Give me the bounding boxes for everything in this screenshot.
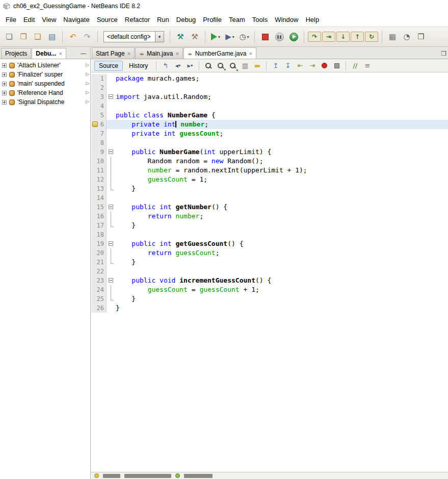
chevron-down-icon[interactable]: ▾ <box>155 32 164 42</box>
find-next-icon[interactable]: ▾ <box>215 61 226 71</box>
thread-row[interactable]: 'Signal Dispatche▷ <box>0 97 90 107</box>
code-line-11[interactable]: 11 number = random.nextInt(upperLimit + … <box>91 166 448 175</box>
thread-row[interactable]: 'Attach Listener'▷ <box>0 61 90 70</box>
continue-debugger-icon[interactable] <box>287 30 300 43</box>
build-project-icon[interactable]: ⚒ <box>174 30 187 43</box>
expand-arrow-icon[interactable]: ▷ <box>86 71 89 77</box>
new-project-icon[interactable]: ❐ <box>17 30 30 43</box>
code-text[interactable]: private int number; <box>116 120 448 129</box>
code-text[interactable]: private int guessCount; <box>116 129 448 138</box>
code-editor[interactable]: 1package murach.games;23import java.util… <box>91 72 448 472</box>
fold-collapse-icon[interactable] <box>109 149 113 154</box>
line-number[interactable]: 21 <box>91 258 107 267</box>
line-number[interactable]: 7 <box>91 129 107 138</box>
code-text[interactable]: import java.util.Random; <box>116 92 448 102</box>
code-line-5[interactable]: 5public class NumberGame { <box>91 111 448 120</box>
code-line-12[interactable]: 12 guessCount = 1; <box>91 175 448 184</box>
code-line-26[interactable]: 26} <box>91 304 448 313</box>
record-macro-icon[interactable] <box>319 61 330 71</box>
code-text[interactable]: guessCount = 1; <box>116 175 448 184</box>
line-number[interactable]: 12 <box>91 175 107 184</box>
code-line-20[interactable]: 20 return guessCount; <box>91 248 448 258</box>
code-text[interactable]: number = random.nextInt(upperLimit + 1); <box>116 166 448 175</box>
code-line-15[interactable]: 15 public int getNumber() { <box>91 203 448 212</box>
tab-debugging[interactable]: Debu... × <box>32 48 66 59</box>
profile-project-icon[interactable]: ◷▾ <box>238 30 251 43</box>
menu-help[interactable]: Help <box>302 14 323 26</box>
menu-navigate[interactable]: Navigate <box>60 14 93 26</box>
code-line-21[interactable]: 21 } <box>91 258 448 267</box>
finish-debugger-icon[interactable] <box>258 30 272 43</box>
code-text[interactable]: } <box>116 221 448 230</box>
undo-icon[interactable]: ↶ <box>66 30 80 43</box>
code-line-8[interactable]: 8 <box>91 138 448 147</box>
code-line-18[interactable]: 18 <box>91 230 448 239</box>
code-line-14[interactable]: 14 <box>91 193 448 203</box>
code-text[interactable]: } <box>116 304 448 313</box>
code-text[interactable]: public NumberGame(int upperLimit) { <box>116 147 448 157</box>
tab-list-dropdown-icon[interactable]: ❒ <box>441 50 446 57</box>
code-text[interactable] <box>116 83 448 92</box>
fold-margin[interactable] <box>107 147 116 157</box>
open-project-icon[interactable]: ❑ <box>31 30 44 43</box>
code-text[interactable]: Random random = new Random(); <box>116 157 448 166</box>
config-combobox[interactable]: <default config>▾ <box>103 31 164 42</box>
back-icon[interactable]: ◂▾ <box>172 61 183 71</box>
fold-collapse-icon[interactable] <box>109 241 113 246</box>
line-number[interactable]: 20 <box>91 248 107 258</box>
line-number[interactable]: 15 <box>91 203 107 212</box>
fold-margin[interactable] <box>107 276 116 285</box>
menu-edit[interactable]: Edit <box>20 14 38 26</box>
code-line-10[interactable]: 10 Random random = new Random(); <box>91 157 448 166</box>
debug-window-icon[interactable]: ❒ <box>414 30 428 43</box>
code-text[interactable] <box>116 102 448 111</box>
line-number[interactable]: 11 <box>91 166 107 175</box>
line-number[interactable]: 19 <box>91 239 107 248</box>
code-text[interactable]: return guessCount; <box>116 248 448 258</box>
line-number[interactable]: 8 <box>91 138 107 147</box>
clean-build-icon[interactable]: ⚒ <box>188 30 201 43</box>
expand-arrow-icon[interactable]: ▷ <box>86 81 89 86</box>
code-text[interactable]: guessCount = guessCount + 1; <box>116 285 448 294</box>
menu-refactor[interactable]: Refactor <box>121 14 153 26</box>
code-line-22[interactable]: 22 <box>91 267 448 276</box>
fold-collapse-icon[interactable] <box>109 205 113 209</box>
chevron-down-icon[interactable]: ▾ <box>247 35 249 39</box>
close-icon[interactable]: × <box>127 51 130 57</box>
fold-margin[interactable] <box>107 239 116 248</box>
code-text[interactable] <box>116 230 448 239</box>
chevron-down-icon[interactable]: ▾ <box>191 63 193 68</box>
menu-view[interactable]: View <box>38 14 60 26</box>
editor-tab-main-java[interactable]: ☕Main.java× <box>135 47 183 59</box>
line-number[interactable]: 14 <box>91 193 107 203</box>
debug-project-icon[interactable]: ▶▾ <box>223 30 236 43</box>
code-line-13[interactable]: 13 } <box>91 184 448 193</box>
code-line-19[interactable]: 19 public int getGuessCount() { <box>91 239 448 248</box>
menu-file[interactable]: File <box>2 14 20 26</box>
history-view-button[interactable]: History <box>124 61 152 71</box>
expand-plus-icon[interactable] <box>2 91 7 95</box>
line-number[interactable]: 18 <box>91 230 107 239</box>
take-gui-snapshot-icon[interactable]: ◔ <box>400 30 413 43</box>
expand-arrow-icon[interactable]: ▷ <box>86 90 89 95</box>
menu-profile[interactable]: Profile <box>199 14 225 26</box>
thread-row[interactable]: 'Reference Hand▷ <box>0 88 90 97</box>
code-text[interactable]: public int getNumber() { <box>116 203 448 212</box>
code-text[interactable] <box>116 138 448 147</box>
code-text[interactable]: } <box>116 184 448 193</box>
code-line-24[interactable]: 24 guessCount = guessCount + 1; <box>91 285 448 294</box>
code-line-25[interactable]: 25 } <box>91 294 448 304</box>
fold-margin[interactable] <box>107 203 116 212</box>
menu-team[interactable]: Team <box>225 14 249 26</box>
code-line-2[interactable]: 2 <box>91 83 448 92</box>
fold-collapse-icon[interactable] <box>109 278 113 283</box>
fold-collapse-icon[interactable] <box>109 94 113 99</box>
code-line-1[interactable]: 1package murach.games; <box>91 74 448 83</box>
close-icon[interactable]: × <box>175 51 178 57</box>
close-icon[interactable]: × <box>249 51 252 57</box>
code-line-17[interactable]: 17 } <box>91 221 448 230</box>
line-number[interactable]: 6 <box>91 120 107 129</box>
line-number[interactable]: 9 <box>91 147 107 157</box>
line-number[interactable]: 26 <box>91 304 107 313</box>
code-line-6[interactable]: 6 private int number; <box>91 120 448 129</box>
